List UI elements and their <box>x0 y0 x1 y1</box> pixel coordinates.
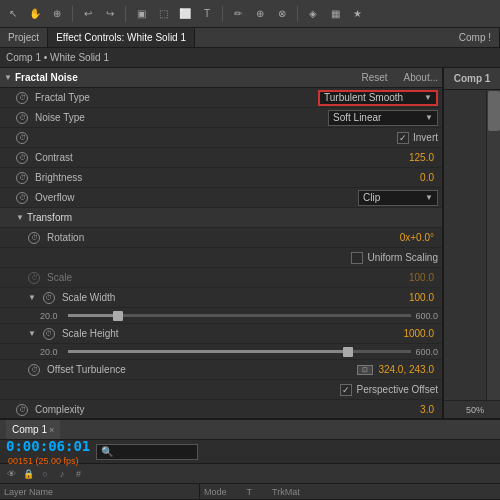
stopwatch-invert[interactable]: ⏱ <box>16 132 28 144</box>
transform-collapse[interactable]: ▼ <box>16 213 24 222</box>
prop-row-scale-height: ▼ ⏱ Scale Height 1000.0 <box>0 324 442 344</box>
stopwatch-noise-type[interactable]: ⏱ <box>16 112 28 124</box>
stopwatch-overflow[interactable]: ⏱ <box>16 192 28 204</box>
search-input[interactable] <box>113 446 193 457</box>
hash-icon: # <box>76 469 81 479</box>
fractal-type-dropdown[interactable]: Turbulent Smooth ▼ <box>318 90 438 106</box>
effect-title: Fractal Noise <box>15 72 361 83</box>
scale-width-max: 600.0 <box>415 311 438 321</box>
col-right-headers: Mode T TrkMat <box>200 484 500 499</box>
scale-height-min: 20.0 <box>40 347 64 357</box>
stopwatch-brightness[interactable]: ⏱ <box>16 172 28 184</box>
prop-label-brightness: ⏱ Brightness <box>16 172 420 184</box>
fractal-noise-collapse[interactable]: ▼ <box>4 73 12 82</box>
stopwatch-scale-height[interactable]: ⏱ <box>43 328 55 340</box>
tab-project[interactable]: Project <box>0 28 48 47</box>
prop-row-perspective: Perspective Offset <box>0 380 442 400</box>
prop-row-overflow: ⏱ Overflow Clip ▼ <box>0 188 442 208</box>
toolbar-icon-clone[interactable]: ⊕ <box>251 5 269 23</box>
perspective-checkbox[interactable] <box>340 384 352 396</box>
toolbar-icon-undo[interactable]: ↩ <box>79 5 97 23</box>
toolbar-icon-arrow[interactable]: ↖ <box>4 5 22 23</box>
effect-list: ▼ Fractal Noise Reset About... ⏱ Fractal… <box>0 68 443 418</box>
toolbar-icon-pin[interactable]: ◈ <box>304 5 322 23</box>
toolbar-icon-pen[interactable]: ✏ <box>229 5 247 23</box>
overflow-dropdown[interactable]: Clip ▼ <box>358 190 438 206</box>
fps-label: 00151 (25.00 fps) <box>8 456 79 466</box>
toolbar-sep-3 <box>222 6 223 22</box>
toolbar-icon-ellipse[interactable]: ⬚ <box>154 5 172 23</box>
timecode[interactable]: 0:00:06:01 <box>6 438 90 454</box>
col-layer-name: Layer Name <box>4 487 53 497</box>
toolbar-shy[interactable]: 👁 <box>4 467 18 481</box>
toolbar-solo[interactable]: ○ <box>38 467 52 481</box>
scale-width-value[interactable]: 100.0 <box>409 292 434 303</box>
toolbar-icon-rect[interactable]: ▣ <box>132 5 150 23</box>
toolbar-lock[interactable]: 🔒 <box>21 467 35 481</box>
rotation-value[interactable]: 0x+0.0° <box>400 232 434 243</box>
tab-comp[interactable]: Comp ! <box>451 28 500 47</box>
stopwatch-scale-width[interactable]: ⏱ <box>43 292 55 304</box>
toolbar-icon-zoom[interactable]: ⊕ <box>48 5 66 23</box>
toolbar-icon-text[interactable]: T <box>198 5 216 23</box>
uniform-scaling-label: Uniform Scaling <box>351 252 438 264</box>
scale-height-slider-track[interactable] <box>68 350 411 353</box>
comp-tab-header[interactable]: Comp 1 <box>444 68 500 90</box>
toolbar-icon-eraser[interactable]: ⊗ <box>273 5 291 23</box>
scale-height-value[interactable]: 1000.0 <box>403 328 434 339</box>
stopwatch-complexity[interactable]: ⏱ <box>16 404 28 416</box>
toolbar-icon-star[interactable]: ★ <box>348 5 366 23</box>
scale-width-slider-thumb[interactable] <box>113 311 123 321</box>
invert-checkbox-label: Invert <box>397 132 438 144</box>
toolbar-icon-poly[interactable]: ⬜ <box>176 5 194 23</box>
toolbar-icon-grid[interactable]: ▦ <box>326 5 344 23</box>
prop-label-contrast: ⏱ Contrast <box>16 152 409 164</box>
prop-row-uniform-scaling: Uniform Scaling <box>0 248 442 268</box>
prop-label-noise-type: ⏱ Noise Type <box>16 112 328 124</box>
toolbar-audio[interactable]: ♪ <box>55 467 69 481</box>
about-btn[interactable]: About... <box>404 72 438 83</box>
reset-btn[interactable]: Reset <box>361 72 387 83</box>
prop-label-scale-height: ▼ ⏱ Scale Height <box>28 328 403 340</box>
stopwatch-fractal-type[interactable]: ⏱ <box>16 92 28 104</box>
prop-row-contrast: ⏱ Contrast 125.0 <box>0 148 442 168</box>
col-t: T <box>247 487 253 497</box>
zoom-area: 50% <box>444 400 500 418</box>
scale-width-slider-fill <box>68 314 113 317</box>
col-mode: Mode <box>204 487 227 497</box>
brightness-value[interactable]: 0.0 <box>420 172 434 183</box>
uniform-scaling-checkbox[interactable] <box>351 252 363 264</box>
scale-height-slider-row: 20.0 600.0 <box>0 344 442 360</box>
timeline-controls: 0:00:06:01 00151 (25.00 fps) 🔍 <box>0 440 500 464</box>
search-input-box[interactable]: 🔍 <box>96 444 198 460</box>
scale-width-slider-track[interactable] <box>68 314 411 317</box>
scale-height-collapse[interactable]: ▼ <box>28 329 36 338</box>
complexity-value[interactable]: 3.0 <box>420 404 434 415</box>
noise-type-arrow: ▼ <box>425 113 433 122</box>
prop-label-complexity: ⏱ Complexity <box>16 404 420 416</box>
stopwatch-rotation[interactable]: ⏱ <box>28 232 40 244</box>
stopwatch-offset-turbulence[interactable]: ⏱ <box>28 364 40 376</box>
invert-checkbox[interactable] <box>397 132 409 144</box>
toolbar-icon-redo[interactable]: ↪ <box>101 5 119 23</box>
timeline-panel: Comp 1 × 0:00:06:01 00151 (25.00 fps) 🔍 … <box>0 418 500 500</box>
stopwatch-contrast[interactable]: ⏱ <box>16 152 28 164</box>
prop-row-invert: ⏱ Invert <box>0 128 442 148</box>
effects-panel: ▼ Fractal Noise Reset About... ⏱ Fractal… <box>0 68 500 418</box>
timeline-tab-close[interactable]: × <box>49 425 54 435</box>
offset-icon: ⊡ <box>357 365 373 375</box>
scrollbar-thumb[interactable] <box>488 91 500 131</box>
offset-turbulence-value[interactable]: 324.0, 243.0 <box>378 364 434 375</box>
column-headers: Layer Name Mode T TrkMat <box>0 484 500 500</box>
tab-effect-controls[interactable]: Effect Controls: White Solid 1 <box>48 28 195 47</box>
scale-width-collapse[interactable]: ▼ <box>28 293 36 302</box>
scale-height-slider-thumb[interactable] <box>343 347 353 357</box>
timeline-tab-comp1[interactable]: Comp 1 × <box>6 420 60 439</box>
toolbar-icon-hand[interactable]: ✋ <box>26 5 44 23</box>
prop-label-scale: ⏱ Scale <box>28 272 409 284</box>
noise-type-dropdown[interactable]: Soft Linear ▼ <box>328 110 438 126</box>
vertical-scrollbar[interactable] <box>486 90 500 400</box>
fractal-type-arrow: ▼ <box>424 93 432 102</box>
timecode-display: 0:00:06:01 00151 (25.00 fps) <box>6 438 90 466</box>
contrast-value[interactable]: 125.0 <box>409 152 434 163</box>
